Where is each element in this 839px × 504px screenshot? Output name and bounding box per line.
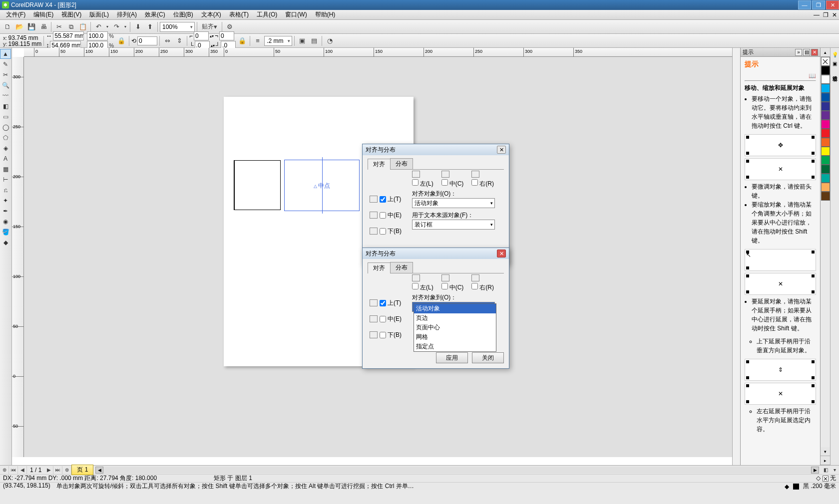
shape-tool-icon[interactable]: ✎ [0, 59, 11, 69]
convert-curves-icon[interactable]: ◔ [324, 35, 335, 46]
align-left-checkbox[interactable] [412, 179, 419, 186]
text-tool-icon[interactable]: A [0, 154, 11, 164]
page-tab[interactable]: 页 1 [71, 465, 93, 475]
cut-icon[interactable]: ✂ [53, 21, 64, 32]
menu-tools[interactable]: 工具(O) [253, 9, 281, 20]
docker-collapse-icon[interactable]: » [795, 49, 802, 56]
window-maximize-button[interactable]: ❐ [812, 0, 825, 9]
pick-tool-icon[interactable]: ▲ [0, 49, 11, 59]
dimension-tool-icon[interactable]: ⊢ [0, 175, 11, 185]
options-icon[interactable]: ⚙ [224, 21, 235, 32]
zoom-combo[interactable]: 100% [160, 22, 195, 32]
color-swatch[interactable] [821, 111, 830, 120]
color-swatch[interactable] [821, 174, 830, 183]
color-swatch[interactable] [821, 183, 830, 192]
redo-dropdown-icon[interactable]: ▾ [123, 21, 128, 32]
crop-tool-icon[interactable]: ✂ [0, 70, 11, 80]
mirror-v-icon[interactable]: ⇕ [174, 35, 185, 46]
width-input[interactable] [53, 31, 84, 40]
color-swatch[interactable] [821, 129, 830, 138]
rectangle-tool-icon[interactable]: ▭ [0, 112, 11, 122]
page-prev-icon[interactable]: ◀ [18, 466, 27, 474]
import-icon[interactable]: ⬇ [132, 21, 143, 32]
eyedropper-tool-icon[interactable]: ✒ [0, 206, 11, 216]
dropdown-option[interactable]: 活动对象 [414, 304, 496, 313]
align-bottom-checkbox-2[interactable] [380, 332, 386, 338]
freehand-tool-icon[interactable]: 〰 [0, 91, 11, 101]
color-proof-icon[interactable]: ◧ [821, 466, 830, 474]
corner1-input[interactable] [194, 31, 209, 40]
doc-close-button[interactable]: ✕ [830, 11, 839, 19]
nav-menu-icon[interactable]: ▾ [830, 466, 839, 474]
page-add-icon[interactable]: ⊕ [0, 466, 9, 474]
dropdown-option[interactable]: 页面中心 [414, 323, 496, 332]
new-file-icon[interactable]: 🗋 [2, 21, 13, 32]
align-to-select[interactable]: 活动对象 [412, 198, 495, 208]
window-close-button[interactable]: ✕ [826, 0, 839, 9]
paste-icon[interactable]: 📋 [77, 21, 88, 32]
menu-view[interactable]: 视图(V) [57, 9, 85, 20]
ruler-horizontal[interactable]: 0 50 100 150 200 250 300 350 0 50 100 15… [24, 48, 732, 57]
docker-menu-icon[interactable]: ▤ [803, 49, 810, 56]
dialog2-close-icon[interactable]: ✕ [497, 250, 506, 257]
color-swatch[interactable] [821, 84, 830, 93]
color-swatch[interactable] [821, 147, 830, 156]
rectangle-object-2-selected[interactable]: △ 中点 [284, 160, 360, 211]
corner2-input[interactable] [219, 31, 234, 40]
tab-distribute[interactable]: 分布 [390, 158, 413, 169]
spinner-icon2[interactable]: ▴▾ [211, 43, 215, 48]
connector-tool-icon[interactable]: ⎌ [0, 185, 11, 195]
menu-window[interactable]: 窗口(W) [281, 9, 311, 20]
scrollbar-vertical[interactable] [732, 48, 740, 465]
align-right-checkbox-2[interactable] [471, 283, 478, 289]
outline-width-combo[interactable]: .2 mm [264, 36, 292, 46]
to-front-icon[interactable]: ▤ [309, 35, 320, 46]
scroll-left-icon[interactable]: ◀ [95, 467, 103, 474]
table-tool-icon[interactable]: ▦ [0, 164, 11, 174]
align-middle-checkbox[interactable] [380, 212, 386, 219]
color-swatch[interactable] [821, 120, 830, 129]
text-source-select[interactable]: 装订框 [412, 220, 495, 230]
align-top-checkbox[interactable] [380, 196, 386, 203]
page-next-icon[interactable]: ▶ [44, 466, 53, 474]
tab-align-2[interactable]: 对齐 [368, 262, 391, 273]
menu-table[interactable]: 表格(T) [225, 9, 253, 20]
color-swatch[interactable] [821, 102, 830, 111]
lock-ratio-icon[interactable]: 🔒 [116, 35, 127, 46]
outline-preview-icon[interactable]: ◆ [785, 483, 789, 490]
scrollbar-horizontal[interactable]: ◀ ▶ [95, 467, 819, 474]
ruler-vertical[interactable]: 300 250 200 150 100 50 0 50 [12, 57, 24, 457]
zoom-tool-icon[interactable]: 🔍 [0, 80, 11, 90]
palette-up-icon[interactable]: ▴ [821, 48, 830, 57]
export-icon[interactable]: ⬆ [144, 21, 155, 32]
color-swatch[interactable] [821, 156, 830, 165]
menu-edit[interactable]: 编辑(E) [29, 9, 57, 20]
palette-flyout-icon[interactable]: ▸ [821, 456, 830, 465]
tab-align[interactable]: 对齐 [368, 159, 391, 170]
page-first-icon[interactable]: ⏮ [9, 466, 18, 474]
ellipse-tool-icon[interactable]: ◯ [0, 122, 11, 132]
align-right-checkbox[interactable] [471, 179, 478, 186]
page-last-icon[interactable]: ⏭ [53, 466, 62, 474]
align-hcenter-checkbox-2[interactable] [441, 283, 448, 289]
menu-text[interactable]: 文本(X) [197, 9, 225, 20]
dropdown-option[interactable]: 页边 [414, 313, 496, 323]
basic-shapes-tool-icon[interactable]: ◈ [0, 143, 11, 153]
open-file-icon[interactable]: 📂 [14, 21, 25, 32]
color-swatch[interactable] [821, 75, 830, 84]
undo-icon[interactable]: ↶ [93, 21, 104, 32]
scroll-right-icon[interactable]: ▶ [811, 467, 819, 474]
color-swatch[interactable] [821, 192, 830, 201]
scale-x-input[interactable] [87, 31, 108, 40]
docker-tab-close-icon[interactable]: ✕ [832, 77, 839, 84]
window-minimize-button[interactable]: — [798, 0, 811, 9]
menu-layout[interactable]: 版面(L) [85, 9, 113, 20]
doc-minimize-button[interactable]: — [812, 11, 821, 19]
spinner-icon[interactable]: ▴▾ [210, 34, 214, 38]
tab-distribute-2[interactable]: 分布 [390, 262, 413, 273]
doc-restore-button[interactable]: ❐ [821, 11, 830, 19]
docker-tab-hints-icon[interactable]: 💡 [832, 51, 839, 58]
docker-tab-object-icon[interactable]: ▣ [832, 60, 839, 67]
color-swatch[interactable] [821, 165, 830, 174]
redo-icon[interactable]: ↷ [111, 21, 122, 32]
